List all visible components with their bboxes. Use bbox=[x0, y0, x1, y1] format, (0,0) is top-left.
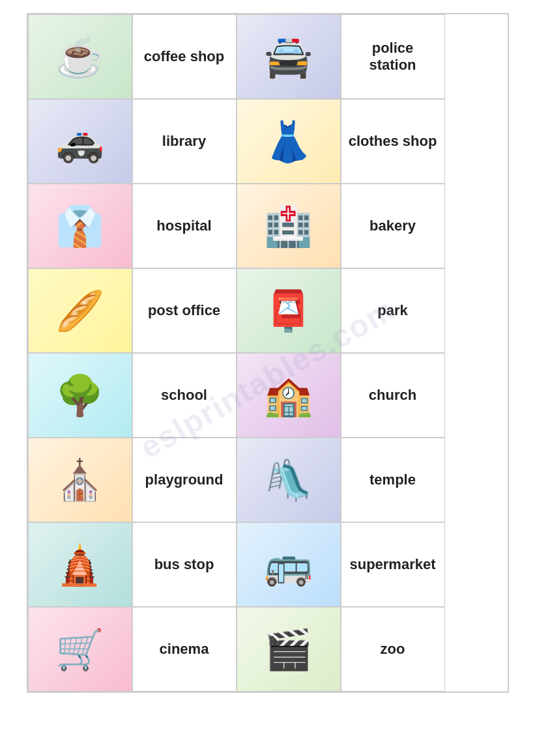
coffee-shop-image-illustration: ☕ bbox=[29, 15, 132, 98]
church-label: church bbox=[341, 353, 445, 438]
clothes-shop-image-illustration: 👗 bbox=[237, 100, 340, 183]
playground-image-illustration: ⛪ bbox=[29, 438, 132, 522]
playground-label: playground bbox=[132, 438, 237, 522]
supermarket-image: 🚌 bbox=[237, 522, 341, 607]
police-station-image-illustration: 🚔 bbox=[237, 15, 340, 98]
church-image: 🏫 bbox=[237, 353, 341, 438]
bus-stop-label: bus stop bbox=[132, 522, 237, 607]
hospital-label: hospital bbox=[132, 184, 237, 268]
cinema-image: 🛒 bbox=[28, 607, 132, 692]
coffee-shop-image: ☕ bbox=[28, 14, 132, 99]
park-image: 📮 bbox=[237, 268, 341, 353]
bakery-label: bakery bbox=[341, 184, 445, 268]
clothes-shop-label: clothes shop bbox=[341, 99, 445, 184]
school-image-illustration: 🌳 bbox=[29, 354, 132, 437]
temple-label: temple bbox=[341, 438, 445, 522]
bakery-image: 🏥 bbox=[237, 184, 341, 268]
post-office-image-illustration: 🥖 bbox=[29, 269, 132, 352]
zoo-image-illustration: 🎬 bbox=[237, 608, 340, 691]
clothes-shop-image: 👗 bbox=[237, 99, 341, 184]
park-image-illustration: 📮 bbox=[237, 269, 340, 352]
temple-image: 🛝 bbox=[237, 438, 341, 522]
post-office-label: post office bbox=[132, 268, 237, 353]
card-grid: ☕coffee shop🚔police station🚓library👗clot… bbox=[27, 13, 509, 693]
church-image-illustration: 🏫 bbox=[237, 354, 340, 437]
hospital-image-illustration: 👔 bbox=[29, 184, 132, 268]
hospital-image: 👔 bbox=[28, 184, 132, 268]
playground-image: ⛪ bbox=[28, 438, 132, 522]
police-station-image: 🚔 bbox=[237, 14, 341, 99]
school-label: school bbox=[132, 353, 237, 438]
bakery-image-illustration: 🏥 bbox=[237, 184, 340, 268]
cinema-image-illustration: 🛒 bbox=[29, 608, 132, 691]
cinema-label: cinema bbox=[132, 607, 237, 692]
bus-stop-image: 🛕 bbox=[28, 522, 132, 607]
zoo-label: zoo bbox=[341, 607, 445, 692]
library-image: 🚓 bbox=[28, 99, 132, 184]
temple-image-illustration: 🛝 bbox=[237, 438, 340, 522]
supermarket-label: supermarket bbox=[341, 522, 445, 607]
library-image-illustration: 🚓 bbox=[29, 100, 132, 183]
school-image: 🌳 bbox=[28, 353, 132, 438]
supermarket-image-illustration: 🚌 bbox=[237, 523, 340, 606]
zoo-image: 🎬 bbox=[237, 607, 341, 692]
post-office-image: 🥖 bbox=[28, 268, 132, 353]
library-label: library bbox=[132, 99, 237, 184]
police-station-label: police station bbox=[341, 14, 445, 99]
park-label: park bbox=[341, 268, 445, 353]
bus-stop-image-illustration: 🛕 bbox=[29, 523, 132, 606]
coffee-shop-label: coffee shop bbox=[132, 14, 237, 99]
